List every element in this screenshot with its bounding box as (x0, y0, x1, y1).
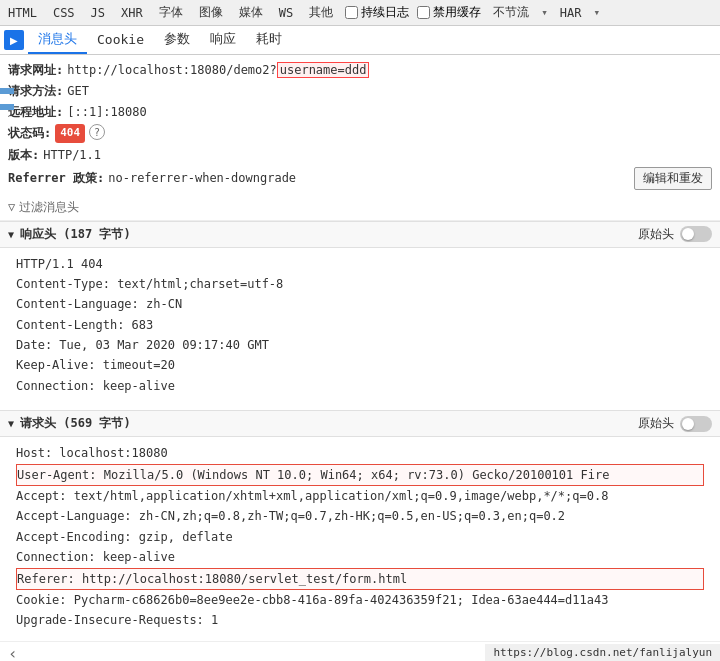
side-label-2: 节 (0, 104, 14, 110)
side-labels: 节 节 (0, 88, 14, 110)
request-headers-content: Host: localhost:18080 User-Agent: Mozill… (0, 437, 720, 637)
tab-params[interactable]: 参数 (154, 26, 200, 54)
remote-value: [::1]:18080 (67, 103, 146, 121)
har-arrow-icon: ▾ (594, 6, 601, 19)
request-collapse-arrow-icon: ▼ (8, 418, 14, 429)
response-line-3: Content-Length: 683 (16, 315, 704, 335)
info-panel: 请求网址: http://localhost:18080/demo2?usern… (0, 55, 720, 195)
throttle-arrow-icon: ▾ (541, 6, 548, 19)
request-line-7: Cookie: Pycharm-c68626b0=8ee9ee2e-cbb8-4… (16, 590, 704, 610)
request-headers-lines: Host: localhost:18080 User-Agent: Mozill… (0, 437, 720, 637)
tab-timing[interactable]: 耗时 (246, 26, 292, 54)
filter-icon: ▽ (8, 200, 15, 214)
response-headers-content: HTTP/1.1 404 Content-Type: text/html;cha… (0, 248, 720, 403)
request-headers-section-header[interactable]: ▼ 请求头 (569 字节) 原始头 (0, 410, 720, 437)
toolbar-font[interactable]: 字体 (155, 2, 187, 23)
response-line-6: Connection: keep-alive (16, 376, 704, 396)
method-row: 请求方法: GET (8, 82, 712, 100)
url-param-highlight: username=ddd (277, 62, 370, 78)
url-label: 请求网址: (8, 61, 63, 79)
version-value: HTTP/1.1 (43, 146, 101, 164)
toggle-thumb (682, 418, 694, 430)
status-badge: 404 (55, 124, 85, 143)
sub-tabs: ▶ 消息头 Cookie 参数 响应 耗时 (0, 26, 720, 55)
disable-cache-checkbox[interactable]: 禁用缓存 (417, 4, 481, 21)
referrer-value: no-referrer-when-downgrade (108, 169, 296, 187)
url-value: http://localhost:18080/demo2?username=dd… (67, 61, 369, 79)
response-raw-toggle: 原始头 (638, 226, 712, 243)
response-raw-label: 原始头 (638, 226, 674, 243)
request-line-4: Accept-Encoding: gzip, deflate (16, 527, 704, 547)
method-label: 请求方法: (8, 82, 63, 100)
throttle-select[interactable]: 不节流 (489, 2, 533, 23)
response-headers-lines: HTTP/1.1 404 Content-Type: text/html;cha… (0, 248, 720, 403)
help-icon[interactable]: ? (89, 124, 105, 140)
toolbar-xhr[interactable]: XHR (117, 4, 147, 22)
tab-message-head[interactable]: 消息头 (28, 26, 87, 54)
response-headers-title: 响应头 (187 字节) (20, 226, 131, 243)
request-line-0: Host: localhost:18080 (16, 443, 704, 463)
toolbar-js[interactable]: JS (87, 4, 109, 22)
toolbar-media[interactable]: 媒体 (235, 2, 267, 23)
response-line-2: Content-Language: zh-CN (16, 294, 704, 314)
request-line-5: Connection: keep-alive (16, 547, 704, 567)
request-headers-title: 请求头 (569 字节) (20, 415, 131, 432)
toolbar-image[interactable]: 图像 (195, 2, 227, 23)
request-line-3: Accept-Language: zh-CN,zh;q=0.8,zh-TW;q=… (16, 506, 704, 526)
filter-label: 过滤消息头 (19, 199, 79, 216)
remote-label: 远程地址: (8, 103, 63, 121)
request-raw-toggle-switch[interactable] (680, 416, 712, 432)
url-row: 请求网址: http://localhost:18080/demo2?usern… (8, 61, 712, 79)
request-line-6: Referer: http://localhost:18080/servlet_… (16, 568, 704, 590)
response-line-4: Date: Tue, 03 Mar 2020 09:17:40 GMT (16, 335, 704, 355)
spacer (0, 402, 720, 410)
method-value: GET (67, 82, 89, 100)
tab-cookie[interactable]: Cookie (87, 28, 154, 53)
status-row: 状态码: 404 ? (8, 124, 712, 143)
top-toolbar: HTML CSS JS XHR 字体 图像 媒体 WS 其他 持续日志 禁用缓存… (0, 0, 720, 26)
response-line-5: Keep-Alive: timeout=20 (16, 355, 704, 375)
response-line-1: Content-Type: text/html;charset=utf-8 (16, 274, 704, 294)
toolbar-ws[interactable]: WS (275, 4, 297, 22)
toggle-thumb (682, 228, 694, 240)
toolbar-har[interactable]: HAR (556, 4, 586, 22)
response-collapse-arrow-icon: ▼ (8, 229, 14, 240)
remote-row: 远程地址: [::1]:18080 (8, 103, 712, 121)
referrer-row: Referrer 政策: no-referrer-when-downgrade … (8, 167, 712, 190)
edit-resend-button[interactable]: 编辑和重发 (634, 167, 712, 190)
request-line-2: Accept: text/html,application/xhtml+xml,… (16, 486, 704, 506)
response-raw-toggle-switch[interactable] (680, 226, 712, 242)
request-raw-label: 原始头 (638, 415, 674, 432)
tab-response[interactable]: 响应 (200, 26, 246, 54)
response-headers-section-header[interactable]: ▼ 响应头 (187 字节) 原始头 (0, 221, 720, 248)
version-label: 版本: (8, 146, 39, 164)
response-line-0: HTTP/1.1 404 (16, 254, 704, 274)
request-line-8: Upgrade-Insecure-Requests: 1 (16, 610, 704, 630)
request-line-1: User-Agent: Mozilla/5.0 (Windows NT 10.0… (16, 464, 704, 486)
scroll-left-icon[interactable]: ‹ (8, 644, 18, 661)
toolbar-html[interactable]: HTML (4, 4, 41, 22)
persist-log-checkbox[interactable]: 持续日志 (345, 4, 409, 21)
play-button[interactable]: ▶ (4, 30, 24, 50)
request-raw-toggle: 原始头 (638, 415, 712, 432)
play-icon: ▶ (10, 35, 18, 46)
version-row: 版本: HTTP/1.1 (8, 146, 712, 164)
status-label: 状态码: (8, 124, 51, 142)
toolbar-other[interactable]: 其他 (305, 2, 337, 23)
filter-bar: ▽ 过滤消息头 (0, 195, 720, 221)
toolbar-css[interactable]: CSS (49, 4, 79, 22)
bottom-url: https://blog.csdn.net/fanlijalyun (485, 644, 720, 661)
referrer-label: Referrer 政策: (8, 169, 104, 187)
